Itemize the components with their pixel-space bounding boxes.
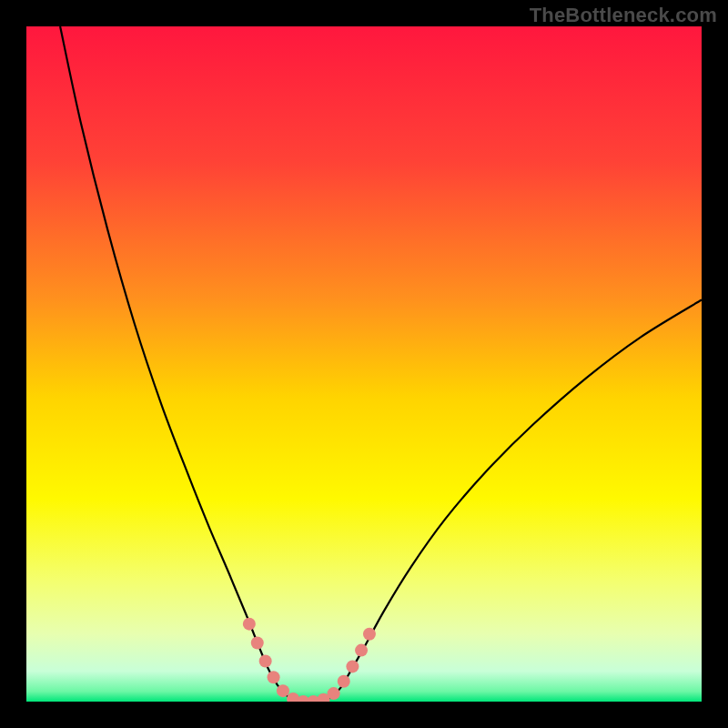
- gradient-background: [26, 26, 702, 702]
- marker-dot: [243, 618, 256, 631]
- marker-dot: [268, 671, 280, 683]
- marker-dot: [338, 675, 350, 688]
- marker-dot: [328, 687, 340, 700]
- marker-dot: [251, 636, 264, 649]
- watermark-text: TheBottleneck.com: [530, 4, 717, 27]
- marker-dot: [277, 684, 289, 697]
- chart-frame: [26, 26, 702, 702]
- marker-dot: [355, 644, 368, 657]
- bottleneck-chart: [26, 26, 702, 702]
- marker-dot: [259, 654, 272, 667]
- marker-dot: [363, 628, 376, 641]
- marker-dot: [346, 660, 359, 672]
